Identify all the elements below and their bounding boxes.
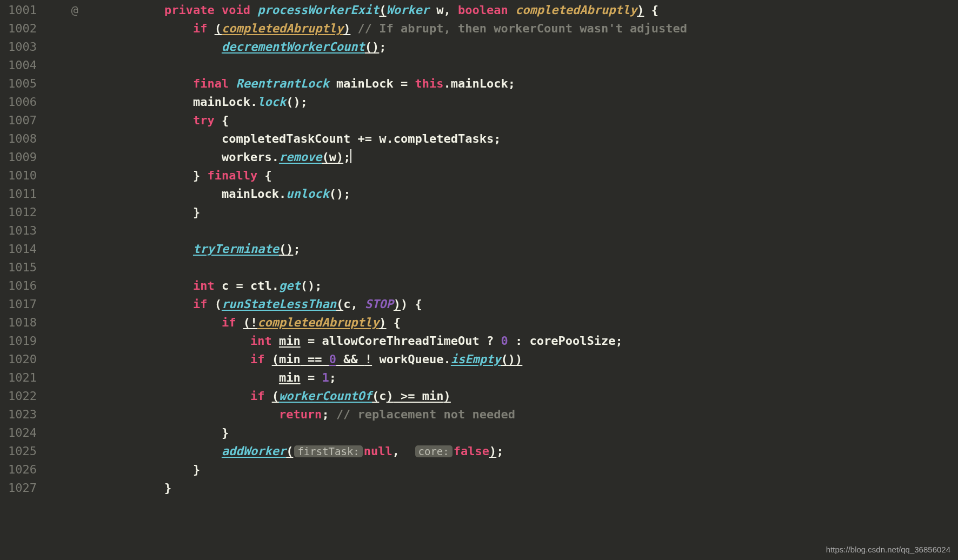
code-token: STOP — [365, 297, 394, 311]
code-token: w — [329, 150, 336, 164]
code-line[interactable]: if (completedAbruptly) // If abrupt, the… — [107, 19, 687, 38]
code-line[interactable]: try { — [107, 111, 687, 130]
code-token: ( — [286, 444, 293, 458]
line-number[interactable]: 1024 — [4, 424, 37, 442]
marker-empty — [42, 314, 107, 332]
line-number[interactable]: 1020 — [4, 350, 37, 369]
line-number[interactable]: 1025 — [4, 442, 37, 461]
line-number[interactable]: 1027 — [4, 479, 37, 497]
code-token: . — [250, 95, 257, 109]
code-line[interactable]: } finally { — [107, 166, 687, 185]
line-number[interactable]: 1008 — [4, 130, 37, 148]
code-line[interactable]: } — [107, 479, 687, 497]
line-number[interactable]: 1001 — [4, 1, 37, 19]
code-line[interactable] — [107, 258, 687, 277]
code-line[interactable]: if (!completedAbruptly) { — [107, 314, 687, 332]
line-number[interactable]: 1015 — [4, 258, 37, 277]
code-token: boolean — [458, 3, 515, 17]
parameter-hint: firstTask: — [294, 445, 362, 457]
line-number[interactable]: 1022 — [4, 387, 37, 405]
code-token: completedTaskCount — [222, 132, 358, 145]
code-token: min — [422, 389, 444, 403]
code-line[interactable]: if (min == 0 && ! workQueue.isEmpty()) — [107, 350, 687, 369]
line-number[interactable]: 1003 — [4, 38, 37, 56]
code-line[interactable]: min = 1; — [107, 369, 687, 387]
line-number[interactable]: 1005 — [4, 75, 37, 93]
code-token: ( — [372, 389, 379, 403]
code-token: ( — [215, 297, 222, 311]
line-number[interactable]: 1018 — [4, 314, 37, 332]
code-line[interactable] — [107, 222, 687, 240]
parameter-hint: core: — [415, 445, 453, 457]
line-number[interactable]: 1019 — [4, 332, 37, 350]
line-number[interactable]: 1013 — [4, 222, 37, 240]
line-number[interactable]: 1011 — [4, 185, 37, 203]
code-line[interactable]: int min = allowCoreThreadTimeOut ? 0 : c… — [107, 332, 687, 350]
code-line[interactable]: workers.remove(w); — [107, 148, 687, 166]
code-line[interactable]: mainLock.unlock(); — [107, 185, 687, 203]
line-number[interactable]: 1021 — [4, 369, 37, 387]
line-number[interactable]: 1006 — [4, 93, 37, 111]
line-number[interactable]: 1007 — [4, 111, 37, 130]
code-token — [164, 242, 193, 256]
code-token: ; — [322, 408, 336, 421]
code-token: , — [392, 444, 414, 458]
code-token: () — [501, 352, 516, 366]
line-number[interactable]: 1004 — [4, 56, 37, 75]
code-token: } — [193, 463, 200, 476]
code-token: w — [436, 3, 443, 17]
marker-empty — [42, 75, 107, 93]
code-line[interactable]: if (runStateLessThan(c, STOP)) { — [107, 295, 687, 314]
code-token: w — [379, 132, 386, 145]
code-token — [164, 77, 193, 90]
code-line[interactable]: mainLock.lock(); — [107, 93, 687, 111]
code-token: 0 — [329, 352, 336, 366]
code-token — [164, 389, 250, 403]
code-token: lock — [257, 95, 286, 109]
code-token — [164, 132, 222, 145]
line-number[interactable]: 1023 — [4, 405, 37, 424]
code-token: runStateLessThan — [222, 297, 336, 311]
code-line[interactable] — [107, 56, 687, 75]
code-line[interactable]: int c = ctl.get(); — [107, 277, 687, 295]
line-number[interactable]: 1009 — [4, 148, 37, 166]
code-line[interactable]: } — [107, 203, 687, 222]
line-number[interactable]: 1026 — [4, 461, 37, 479]
code-line[interactable]: final ReentrantLock mainLock = this.main… — [107, 75, 687, 93]
code-token: } — [222, 426, 229, 439]
code-token: = — [301, 371, 322, 384]
code-editor[interactable]: 1001100210031004100510061007100810091010… — [0, 0, 958, 497]
code-token: private — [164, 3, 222, 17]
code-line[interactable]: completedTaskCount += w.completedTasks; — [107, 130, 687, 148]
line-number[interactable]: 1016 — [4, 277, 37, 295]
code-line[interactable]: return; // replacement not needed — [107, 405, 687, 424]
code-line[interactable]: tryTerminate(); — [107, 240, 687, 258]
override-marker-icon[interactable]: @ — [42, 1, 107, 19]
marker-empty — [42, 222, 107, 240]
code-token: if — [250, 352, 272, 366]
code-area[interactable]: private void processWorkerExit(Worker w,… — [107, 0, 687, 497]
line-number[interactable]: 1002 — [4, 19, 37, 38]
line-number[interactable]: 1017 — [4, 295, 37, 314]
code-token: return — [279, 408, 322, 421]
code-token — [164, 463, 193, 476]
code-token: ) — [379, 316, 386, 329]
code-token: allowCoreThreadTimeOut — [322, 334, 487, 348]
line-number[interactable]: 1010 — [4, 166, 37, 185]
line-number[interactable]: 1014 — [4, 240, 37, 258]
code-line[interactable]: addWorker(firstTask:null, core:false); — [107, 442, 687, 461]
code-line[interactable]: private void processWorkerExit(Worker w,… — [107, 1, 687, 19]
code-token: . — [272, 150, 279, 164]
code-line[interactable]: if (workerCountOf(c) >= min) — [107, 387, 687, 405]
code-token — [164, 169, 193, 182]
code-token: ) — [394, 297, 401, 311]
code-token: remove — [279, 150, 322, 164]
code-line[interactable]: } — [107, 461, 687, 479]
line-number-gutter[interactable]: 1001100210031004100510061007100810091010… — [0, 0, 42, 497]
code-token: ( — [336, 297, 343, 311]
code-token: ReentrantLock — [236, 77, 336, 90]
line-number[interactable]: 1012 — [4, 203, 37, 222]
code-line[interactable]: } — [107, 424, 687, 442]
code-line[interactable]: decrementWorkerCount(); — [107, 38, 687, 56]
code-token: corePoolSize — [530, 334, 616, 348]
